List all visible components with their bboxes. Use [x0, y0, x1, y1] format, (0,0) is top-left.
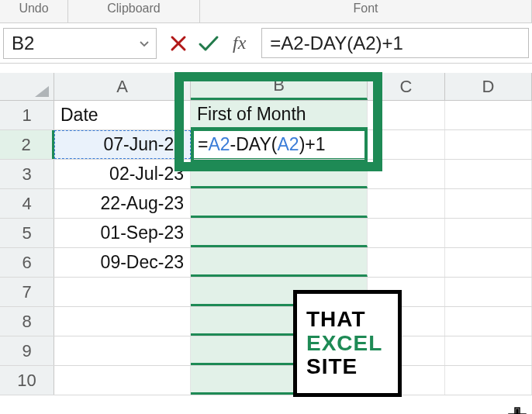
- cell-c5[interactable]: [368, 219, 445, 247]
- cell-b4[interactable]: [191, 189, 368, 218]
- name-box-value: B2: [12, 33, 34, 54]
- cell-d7[interactable]: [445, 278, 532, 306]
- cell-a5[interactable]: 01-Sep-23: [54, 219, 191, 247]
- row-header-4[interactable]: 4: [0, 189, 54, 218]
- row-header-6[interactable]: 6: [0, 248, 54, 277]
- column-header-b[interactable]: B: [191, 73, 368, 100]
- row-header-5[interactable]: 5: [0, 219, 54, 247]
- name-box[interactable]: B2: [3, 28, 157, 59]
- ribbon-group-clipboard: Clipboard: [68, 0, 200, 22]
- logo-line-2: EXCEL: [306, 332, 398, 356]
- table-row: 2 07-Jun-23 =A2-DAY(A2)+1: [0, 130, 532, 160]
- formula-buttons: fx: [163, 28, 255, 58]
- logo-line-3: SITE: [306, 355, 398, 379]
- cell-c4[interactable]: [368, 189, 445, 218]
- cell-c6[interactable]: [368, 248, 445, 277]
- cell-a1[interactable]: Date: [54, 101, 191, 129]
- row-header-8[interactable]: 8: [0, 307, 54, 336]
- row-header-1[interactable]: 1: [0, 101, 54, 129]
- logo-line-1: THAT: [306, 308, 398, 332]
- ribbon-group-undo: Undo: [0, 0, 68, 22]
- select-all-corner[interactable]: [0, 73, 54, 100]
- watermark-logo: THAT EXCEL SITE: [293, 290, 402, 397]
- cell-d6[interactable]: [445, 248, 532, 277]
- spreadsheet-grid[interactable]: A B C D 1 Date First of Month 2 07-Jun-2…: [0, 73, 532, 395]
- fx-label[interactable]: fx: [228, 33, 250, 53]
- ribbon-group-font: Font: [200, 0, 532, 22]
- grid-body: 1 Date First of Month 2 07-Jun-23 =A2-DA…: [0, 101, 532, 395]
- cancel-icon[interactable]: [168, 33, 189, 54]
- row-header-3[interactable]: 3: [0, 160, 54, 188]
- cell-d8[interactable]: [445, 307, 532, 336]
- row-header-10[interactable]: 10: [0, 366, 54, 395]
- cell-b3[interactable]: [191, 160, 368, 188]
- row-header-2[interactable]: 2: [0, 130, 54, 159]
- cell-d1[interactable]: [445, 101, 532, 129]
- cell-a2[interactable]: 07-Jun-23: [54, 130, 191, 159]
- cell-c1[interactable]: [368, 101, 445, 129]
- cell-a3[interactable]: 02-Jul-23: [54, 160, 191, 188]
- table-row: 10: [0, 366, 532, 395]
- table-row: 3 02-Jul-23: [0, 160, 532, 189]
- cell-d4[interactable]: [445, 189, 532, 218]
- ribbon-group-row: Undo Clipboard Font: [0, 0, 532, 23]
- column-header-a[interactable]: A: [54, 73, 191, 100]
- cell-d2[interactable]: [445, 130, 532, 159]
- formula-bar-text: =A2-DAY(A2)+1: [270, 33, 403, 54]
- svg-rect-4: [516, 409, 518, 414]
- row-header-9[interactable]: 9: [0, 336, 54, 365]
- column-header-c[interactable]: C: [368, 73, 445, 100]
- column-headers: A B C D: [0, 73, 532, 101]
- table-row: 5 01-Sep-23: [0, 219, 532, 248]
- table-row: 1 Date First of Month: [0, 101, 532, 130]
- table-row: 7: [0, 278, 532, 307]
- table-row: 8: [0, 307, 532, 336]
- column-header-d[interactable]: D: [445, 73, 532, 100]
- cell-b2-editing[interactable]: =A2-DAY(A2)+1: [191, 130, 368, 159]
- cell-a9[interactable]: [54, 336, 191, 365]
- cell-d3[interactable]: [445, 160, 532, 188]
- cell-d5[interactable]: [445, 219, 532, 247]
- row-header-7[interactable]: 7: [0, 278, 54, 306]
- formula-bar-input[interactable]: =A2-DAY(A2)+1: [261, 28, 529, 58]
- cell-a8[interactable]: [54, 307, 191, 336]
- enter-icon[interactable]: [197, 33, 220, 54]
- cell-b5[interactable]: [191, 219, 368, 247]
- formula-bar-row: B2 fx =A2-DAY(A2)+1: [0, 23, 532, 64]
- cell-a6[interactable]: 09-Dec-23: [54, 248, 191, 277]
- cell-d9[interactable]: [445, 336, 532, 365]
- table-row: 9: [0, 336, 532, 366]
- cell-cursor-icon: [507, 406, 527, 414]
- chevron-down-icon[interactable]: [139, 38, 150, 49]
- cell-c3[interactable]: [368, 160, 445, 188]
- cell-b1[interactable]: First of Month: [191, 101, 368, 129]
- table-row: 4 22-Aug-23: [0, 189, 532, 219]
- table-row: 6 09-Dec-23: [0, 248, 532, 278]
- cell-a7[interactable]: [54, 278, 191, 306]
- cell-c2[interactable]: [368, 130, 445, 159]
- cell-a10[interactable]: [54, 366, 191, 395]
- cell-b6[interactable]: [191, 248, 368, 277]
- cell-a4[interactable]: 22-Aug-23: [54, 189, 191, 218]
- cell-b2-formula: =A2-DAY(A2)+1: [198, 134, 326, 155]
- cell-d10[interactable]: [445, 366, 532, 395]
